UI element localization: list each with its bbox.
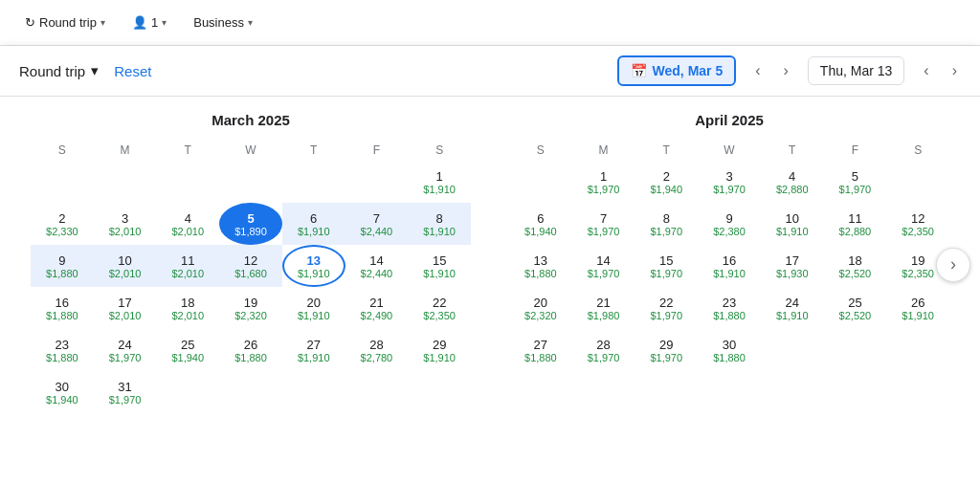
passengers-label: 1	[151, 15, 158, 30]
calendar-cell[interactable]: 13$1,910	[282, 245, 345, 287]
calendar-cell[interactable]: 27$1,880	[509, 329, 572, 371]
calendar-cell[interactable]: 30$1,940	[31, 371, 94, 413]
calendar-cell[interactable]: 1$1,910	[408, 161, 471, 203]
calendar-cell[interactable]: 18$2,010	[156, 287, 219, 329]
calendar-cell[interactable]: 6$1,940	[509, 203, 572, 245]
calendar-cell[interactable]: 20$1,910	[282, 287, 345, 329]
calendar-cell[interactable]: 14$2,440	[345, 245, 409, 287]
calendar-cell[interactable]: 11$2,880	[824, 203, 887, 245]
calendar-cell[interactable]: 8$1,910	[408, 203, 471, 245]
day-price: $1,910	[423, 184, 456, 195]
calendar-cell[interactable]: 3$1,970	[698, 161, 761, 203]
calendar-cell[interactable]: 6$1,910	[282, 203, 345, 245]
day-number: 22	[659, 296, 673, 310]
calendar-cell[interactable]: 9$1,880	[31, 245, 94, 287]
calendar-cell[interactable]: 24$1,910	[761, 287, 824, 329]
calendar-cell[interactable]: 20$2,320	[509, 287, 572, 329]
calendar-cell[interactable]: 22$2,350	[408, 287, 471, 329]
day-price: $1,880	[46, 310, 78, 321]
cabin-class-label: Business	[193, 15, 244, 30]
calendar-cell[interactable]: 4$2,880	[761, 161, 824, 203]
calendar-cell[interactable]: 5$1,970	[824, 161, 887, 203]
april-month-title: April 2025	[509, 112, 949, 128]
calendar-cell[interactable]: 1$1,970	[572, 161, 635, 203]
calendar-cell[interactable]: 7$2,440	[345, 203, 409, 245]
calendar-cell[interactable]: 25$1,940	[156, 329, 219, 371]
calendar-cell[interactable]: 4$2,010	[156, 203, 219, 245]
calendar-cell[interactable]: 31$1,970	[94, 371, 157, 413]
calendar-cell	[282, 161, 345, 203]
passengers-button[interactable]: 👤 1 ▾	[122, 10, 176, 35]
calendar-cell[interactable]: 28$2,780	[345, 329, 409, 371]
calendar-header-right: 📅 Wed, Mar 5 ‹ › Thu, Mar 13 ‹ ›	[617, 55, 961, 86]
day-price: $2,010	[171, 226, 204, 237]
calendar-cell[interactable]: 11$2,010	[156, 245, 219, 287]
calendar-cell[interactable]: 3$2,010	[94, 203, 157, 245]
calendar-cell[interactable]: 5$1,890	[219, 203, 282, 245]
day-price: $2,780	[361, 352, 393, 363]
calendar-reset-button[interactable]: Reset	[114, 63, 151, 79]
calendar-cell[interactable]: 2$2,330	[31, 203, 94, 245]
day-number: 21	[596, 296, 610, 310]
calendar-cell[interactable]: 13$1,880	[509, 245, 572, 287]
march-2025-calendar: March 2025 SMTWTFS1$1,9102$2,3303$2,0104…	[31, 112, 471, 468]
departing-next-btn[interactable]: ›	[780, 58, 792, 83]
day-number: 6	[537, 211, 544, 226]
calendar-cell	[31, 161, 94, 203]
returning-next-btn[interactable]: ›	[948, 58, 961, 83]
calendar-cell[interactable]: 17$1,930	[761, 245, 824, 287]
departing-date-pill[interactable]: 📅 Wed, Mar 5	[617, 55, 737, 86]
calendar-cell	[886, 161, 949, 203]
trip-type-button[interactable]: ↻ Round trip ▾	[15, 10, 115, 35]
calendar-cell[interactable]: 16$1,880	[31, 287, 94, 329]
calendar-cell[interactable]: 26$1,910	[886, 287, 949, 329]
calendar-round-trip-select[interactable]: Round trip ▾	[19, 62, 99, 79]
returning-date-pill[interactable]: Thu, Mar 13	[808, 56, 904, 85]
calendar-cell[interactable]: 30$1,880	[698, 329, 761, 371]
day-price: $1,930	[776, 268, 809, 279]
calendar-cell[interactable]: 9$2,380	[698, 203, 761, 245]
day-price: $1,970	[650, 310, 682, 321]
day-number: 6	[310, 211, 317, 226]
day-price: $1,940	[46, 394, 78, 406]
day-price: $2,880	[839, 226, 872, 237]
calendar-cell[interactable]: 29$1,910	[408, 329, 471, 371]
day-header: W	[698, 140, 761, 161]
day-header: S	[408, 140, 471, 161]
calendar-cell[interactable]: 15$1,970	[635, 245, 698, 287]
calendar-cell[interactable]: 7$1,970	[572, 203, 635, 245]
day-header: W	[219, 140, 282, 161]
calendar-cell[interactable]: 26$1,880	[219, 329, 282, 371]
calendar-cell[interactable]: 21$2,490	[345, 287, 409, 329]
calendar-cell[interactable]: 14$1,970	[572, 245, 635, 287]
calendar-cell[interactable]: 21$1,980	[572, 287, 635, 329]
calendar-cell[interactable]: 28$1,970	[572, 329, 635, 371]
cabin-class-button[interactable]: Business ▾	[184, 10, 262, 35]
calendar-cell[interactable]: 19$2,320	[219, 287, 282, 329]
calendar-cell[interactable]: 27$1,910	[282, 329, 345, 371]
calendar-cell[interactable]: 24$1,970	[94, 329, 157, 371]
calendar-cell[interactable]: 15$1,910	[408, 245, 471, 287]
calendar-cell[interactable]: 2$1,940	[635, 161, 698, 203]
calendar-cell[interactable]: 25$2,520	[824, 287, 887, 329]
calendar-cell[interactable]: 22$1,970	[635, 287, 698, 329]
calendar-cell[interactable]: 10$1,910	[761, 203, 824, 245]
day-price: $1,880	[46, 352, 78, 363]
returning-prev-btn[interactable]: ‹	[920, 58, 932, 83]
calendar-cell[interactable]: 18$2,520	[824, 245, 887, 287]
day-number: 8	[436, 211, 443, 226]
calendar-cell[interactable]: 12$1,680	[219, 245, 282, 287]
calendar-cell[interactable]: 29$1,970	[635, 329, 698, 371]
calendar-cell[interactable]: 10$2,010	[94, 245, 157, 287]
calendar-cell[interactable]: 17$2,010	[94, 287, 157, 329]
day-header: S	[886, 140, 949, 161]
calendar-cell[interactable]: 8$1,970	[635, 203, 698, 245]
calendar-cell[interactable]: 16$1,910	[698, 245, 761, 287]
calendar-right-nav[interactable]: ›	[936, 248, 970, 282]
day-price: $2,490	[361, 310, 393, 321]
calendar-cell[interactable]: 12$2,350	[886, 203, 949, 245]
departing-prev-btn[interactable]: ‹	[751, 58, 764, 83]
calendar-cell[interactable]: 23$1,880	[698, 287, 761, 329]
calendar-cell[interactable]: 23$1,880	[31, 329, 94, 371]
day-price: $1,970	[588, 184, 620, 195]
